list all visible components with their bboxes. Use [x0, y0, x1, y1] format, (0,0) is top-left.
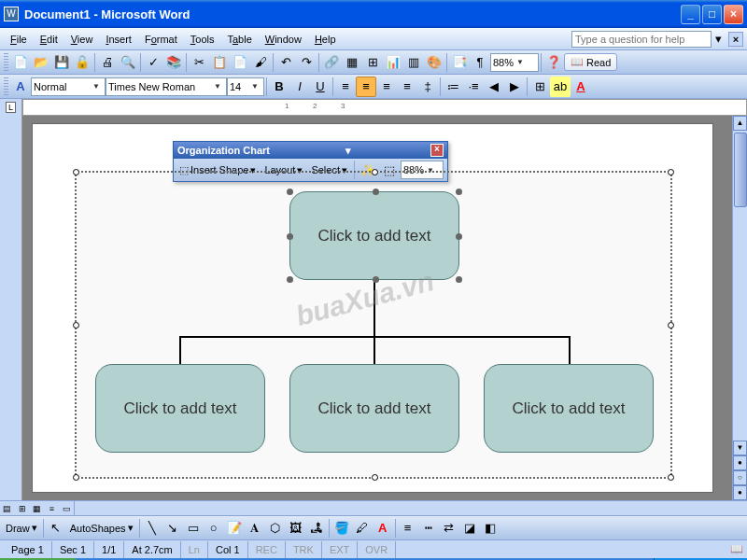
3d-icon[interactable]: ◧	[480, 518, 500, 539]
cut-icon[interactable]: ✂	[189, 52, 209, 73]
paste-icon[interactable]: 📄	[230, 52, 250, 73]
bullets-icon[interactable]: ∙≡	[463, 77, 484, 97]
tables-borders-icon[interactable]: ▦	[342, 52, 362, 73]
help-dropdown-icon[interactable]: ▾	[712, 29, 725, 49]
horizontal-ruler[interactable]: L 1 2 3	[0, 99, 747, 116]
new-doc-icon[interactable]: 📄	[10, 52, 31, 73]
orgchart-canvas[interactable]: Click to add text Click to add text Clic…	[75, 171, 672, 479]
close-button[interactable]: ×	[724, 5, 743, 24]
shadow-icon[interactable]: ◪	[459, 518, 480, 539]
fill-color-icon[interactable]: 🪣	[331, 518, 352, 539]
vertical-ruler[interactable]	[0, 116, 22, 500]
rectangle-icon[interactable]: ▭	[183, 518, 204, 539]
decrease-indent-icon[interactable]: ◀	[484, 77, 504, 97]
arrow-icon[interactable]: ↘	[162, 518, 183, 539]
arrow-style-icon[interactable]: ⇄	[439, 518, 459, 539]
align-right-icon[interactable]: ≡	[376, 77, 397, 97]
resize-handle[interactable]	[372, 169, 378, 175]
print-view-icon[interactable]: ▦	[30, 501, 45, 516]
scroll-down-icon[interactable]: ▼	[733, 441, 747, 455]
resize-handle[interactable]	[73, 474, 79, 481]
browse-next-icon[interactable]: ●	[733, 485, 747, 500]
line-style-icon[interactable]: ≡	[398, 518, 418, 539]
orgbox-text[interactable]: Click to add text	[318, 227, 431, 245]
select-objects-icon[interactable]: ↖	[46, 518, 66, 539]
resize-handle[interactable]	[73, 322, 79, 329]
web-view-icon[interactable]: ⊞	[15, 501, 30, 516]
justify-icon[interactable]: ≡	[397, 77, 417, 97]
doc-close-button[interactable]: ×	[728, 32, 743, 47]
styles-pane-icon[interactable]: A	[10, 77, 31, 97]
menu-help[interactable]: Help	[308, 32, 343, 47]
help-search-input[interactable]	[571, 31, 712, 48]
line-spacing-icon[interactable]: ‡	[417, 77, 438, 97]
menu-view[interactable]: View	[64, 32, 100, 47]
document-scroll[interactable]: Organization Chart ▾ × ⬚ Insert Shape ▾ …	[22, 116, 732, 500]
increase-indent-icon[interactable]: ▶	[504, 77, 525, 97]
wordart-icon[interactable]: 𝐀	[245, 518, 265, 539]
reading-view-icon[interactable]: ▭	[59, 501, 74, 516]
hyperlink-icon[interactable]: 🔗	[321, 52, 342, 73]
spellcheck-icon[interactable]: ✓	[143, 52, 163, 73]
research-icon[interactable]: 📚	[163, 52, 184, 73]
copy-icon[interactable]: 📋	[209, 52, 230, 73]
status-ext[interactable]: EXT	[322, 541, 358, 558]
normal-view-icon[interactable]: ▤	[0, 501, 15, 516]
borders-icon[interactable]: ⊞	[529, 77, 550, 97]
orgchart-top-box[interactable]: Click to add text	[289, 191, 459, 280]
align-left-icon[interactable]: ≡	[335, 77, 356, 97]
oval-icon[interactable]: ○	[204, 518, 224, 539]
columns-icon[interactable]: ▥	[403, 52, 424, 73]
highlight-icon[interactable]: ab	[550, 77, 571, 97]
dash-style-icon[interactable]: ┅	[418, 518, 439, 539]
resize-handle[interactable]	[668, 474, 674, 481]
picture-icon[interactable]: 🏞	[306, 518, 327, 539]
menu-table[interactable]: Table	[220, 32, 258, 47]
orgbox-text[interactable]: Click to add text	[318, 399, 431, 418]
permission-icon[interactable]: 🔓	[72, 52, 92, 73]
zoom-dropdown[interactable]: 88%▼	[490, 53, 539, 72]
maximize-button[interactable]: □	[702, 5, 722, 24]
outline-view-icon[interactable]: ≡	[44, 501, 59, 516]
italic-button[interactable]: I	[289, 77, 310, 97]
numbering-icon[interactable]: ≔	[443, 77, 463, 97]
orgbox-text[interactable]: Click to add text	[513, 399, 626, 418]
toolbar-grip[interactable]	[4, 77, 8, 96]
menu-edit[interactable]: Edit	[34, 32, 64, 47]
horizontal-scrollbar[interactable]	[75, 501, 747, 515]
textbox-icon[interactable]: 📝	[224, 518, 245, 539]
menu-window[interactable]: Window	[259, 32, 308, 47]
save-icon[interactable]: 💾	[51, 52, 72, 73]
orgchart-box-2[interactable]: Click to add text	[289, 364, 459, 453]
resize-handle[interactable]	[668, 322, 674, 329]
redo-icon[interactable]: ↷	[296, 52, 317, 73]
font-dropdown[interactable]: Times New Roman▼	[106, 77, 227, 96]
browse-prev-icon[interactable]: ●	[733, 455, 747, 470]
status-ovr[interactable]: OVR	[358, 541, 396, 558]
autoshapes-button[interactable]: AutoShapes ▾	[66, 520, 137, 536]
resize-handle[interactable]	[668, 169, 674, 175]
insert-table-icon[interactable]: ⊞	[362, 52, 383, 73]
status-trk[interactable]: TRK	[286, 541, 322, 558]
line-color-icon[interactable]: 🖊	[352, 518, 373, 539]
status-book-icon[interactable]: 📖	[730, 543, 743, 555]
status-rec[interactable]: REC	[248, 541, 286, 558]
minimize-button[interactable]: _	[681, 5, 700, 24]
print-icon[interactable]: 🖨	[97, 52, 118, 73]
docmap-icon[interactable]: 📑	[449, 52, 470, 73]
toolbar-close-button[interactable]: ×	[430, 144, 444, 157]
scroll-up-icon[interactable]: ▲	[733, 116, 747, 131]
underline-button[interactable]: U	[310, 77, 331, 97]
menu-insert[interactable]: Insert	[99, 32, 138, 47]
open-icon[interactable]: 📂	[31, 52, 51, 73]
menu-format[interactable]: Format	[138, 32, 184, 47]
menu-file[interactable]: File	[4, 32, 34, 47]
document-page[interactable]: Organization Chart ▾ × ⬚ Insert Shape ▾ …	[32, 123, 713, 493]
bold-button[interactable]: B	[269, 77, 289, 97]
orgchart-box-3[interactable]: Click to add text	[484, 364, 654, 453]
help-icon[interactable]: ❓	[543, 52, 564, 73]
resize-handle[interactable]	[372, 474, 378, 481]
orgchart-toolbar-title[interactable]: Organization Chart ▾ ×	[174, 142, 447, 159]
read-button[interactable]: 📖 Read	[564, 53, 617, 71]
menu-tools[interactable]: Tools	[184, 32, 221, 47]
